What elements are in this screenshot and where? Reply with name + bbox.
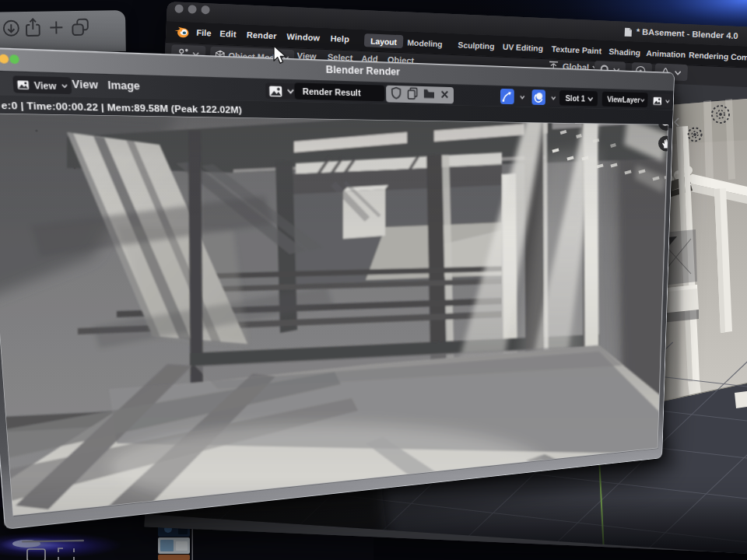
display-channels-icon — [531, 89, 545, 105]
open-image-button[interactable] — [423, 88, 435, 103]
menu-view[interactable]: View — [72, 79, 98, 92]
editor-view-selector[interactable]: View — [12, 75, 72, 94]
blender-window-title: * BAsement - Blender 4.0 — [637, 26, 738, 40]
workspace-tab-animation[interactable]: Animation — [646, 48, 686, 59]
menu-help[interactable]: Help — [330, 33, 349, 44]
annotate-arrow-icon — [500, 89, 514, 104]
unlink-button[interactable] — [440, 88, 449, 103]
workspace-tab-texture-paint[interactable]: Texture Paint — [551, 44, 601, 56]
annotate-chevron[interactable] — [516, 89, 528, 104]
chevron-down-icon — [640, 97, 645, 103]
workspace-tab-compositing[interactable]: Compositing — [731, 52, 747, 64]
annotate-tool-button[interactable] — [500, 89, 514, 107]
menu-edit[interactable]: Edit — [219, 29, 237, 39]
duplicate-icon — [407, 86, 418, 100]
duplicate-button[interactable] — [407, 86, 418, 103]
image-tools-group — [386, 86, 454, 104]
close-button[interactable] — [174, 4, 183, 12]
unlink-icon — [440, 89, 449, 99]
workspace-tab-modeling[interactable]: Modeling — [407, 38, 443, 49]
fake-user-button[interactable] — [391, 86, 402, 102]
image-icon — [16, 79, 30, 89]
chevron-down-icon — [286, 89, 294, 95]
chevron-down-icon — [520, 94, 525, 100]
chevron-down-icon — [551, 96, 556, 101]
separator-line — [22, 540, 84, 543]
menu-window[interactable]: Window — [286, 32, 320, 43]
render-window: Blender Render View View Image Render Re… — [0, 47, 675, 530]
share-icon[interactable] — [26, 19, 40, 36]
menu-image[interactable]: Image — [107, 79, 140, 93]
chevron-down-icon — [587, 96, 593, 101]
workspace-tab-shading[interactable]: Shading — [608, 47, 640, 58]
image-name: Render Result — [303, 86, 361, 98]
mouse-cursor — [272, 45, 289, 65]
copy-icon[interactable] — [72, 19, 88, 35]
document-icon-wrap — [623, 26, 633, 40]
workspace-tab-rendering[interactable]: Rendering — [689, 50, 729, 61]
editor-selector-label: View — [33, 79, 56, 91]
view-layer-selector[interactable]: ViewLayer — [602, 92, 648, 108]
render-image-backing[interactable] — [0, 114, 668, 517]
chevron-down-icon — [675, 70, 682, 75]
menu-render[interactable]: Render — [247, 30, 277, 40]
chevron-down-icon — [61, 82, 68, 88]
image-name-field[interactable]: Render Result — [294, 82, 384, 101]
workspace-tab-layout[interactable]: Layout — [364, 33, 404, 48]
add-icon[interactable] — [50, 21, 62, 33]
image-icon — [268, 85, 282, 96]
mini-toolbar-window — [0, 10, 126, 54]
open-folder-icon — [423, 88, 435, 100]
download-icon[interactable] — [4, 21, 19, 36]
workspace-tab-uv-editing[interactable]: UV Editing — [503, 42, 544, 53]
workspace-tab-sculpting[interactable]: Sculpting — [458, 40, 494, 51]
blender-logo — [174, 26, 190, 38]
slot-label: Slot 1 — [566, 93, 586, 103]
chevron-down-icon — [665, 99, 670, 103]
zoom-button[interactable] — [201, 5, 209, 14]
fake-user-shield-icon — [391, 86, 402, 99]
screen-photo: * BAsement - Blender 4.0 File Edit Rende… — [0, 0, 747, 560]
monitor-icon[interactable] — [27, 549, 45, 560]
document-icon — [624, 27, 633, 37]
render-display-button[interactable] — [651, 93, 672, 107]
slot-selector[interactable]: Slot 1 — [559, 90, 598, 107]
minimize-button[interactable] — [188, 5, 196, 13]
render-stats-text: e:0 | Time:00:00.22 | Mem:89.58M (Peak 1… — [1, 100, 242, 114]
view-layer-label: ViewLayer — [607, 95, 640, 104]
image-browse-button[interactable] — [265, 82, 298, 99]
menu-file[interactable]: File — [196, 28, 212, 38]
image-icon — [653, 96, 662, 106]
channels-chevron[interactable] — [547, 91, 559, 106]
blender-logo-button[interactable] — [174, 26, 190, 41]
channels-button[interactable] — [531, 89, 545, 108]
glow-streak — [0, 532, 122, 558]
crop-corners-icon[interactable] — [58, 548, 74, 560]
